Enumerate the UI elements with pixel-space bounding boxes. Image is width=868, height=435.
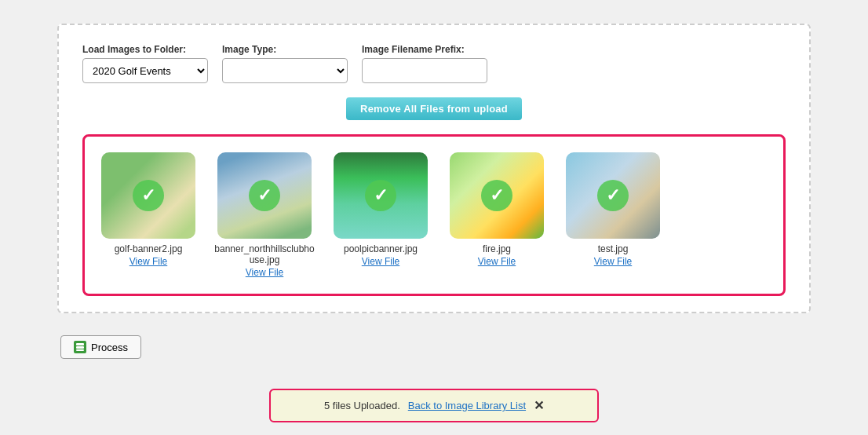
- image-type-group: Image Type:: [222, 44, 348, 83]
- process-label: Process: [91, 342, 128, 353]
- back-to-library-link[interactable]: Back to Image Library List: [408, 400, 526, 411]
- layers-icon: [75, 342, 85, 352]
- view-file-link[interactable]: View File: [129, 256, 167, 267]
- folder-label: Load Images to Folder:: [82, 44, 208, 55]
- thumbnail: ✓: [217, 152, 312, 239]
- main-card: Load Images to Folder: 2020 Golf Events …: [57, 24, 811, 313]
- list-item: ✓ fire.jpg View File: [446, 152, 548, 267]
- image-type-label: Image Type:: [222, 44, 348, 55]
- view-file-link[interactable]: View File: [362, 256, 399, 267]
- status-text: 5 files Uploaded.: [324, 400, 400, 411]
- prefix-input[interactable]: [362, 58, 487, 83]
- file-name: poolpicbanner.jpg: [344, 243, 418, 254]
- check-icon: ✓: [249, 180, 280, 211]
- thumbnail: ✓: [450, 152, 544, 239]
- list-item: ✓ banner_northhillsclubhouse.jpg View Fi…: [213, 152, 315, 278]
- view-file-link[interactable]: View File: [594, 256, 632, 267]
- file-name: golf-banner2.jpg: [115, 243, 183, 254]
- list-item: ✓ golf-banner2.jpg View File: [97, 152, 199, 267]
- folder-select[interactable]: 2020 Golf Events: [82, 58, 208, 83]
- remove-all-button[interactable]: Remove All Files from upload: [346, 97, 522, 120]
- image-type-select[interactable]: [222, 58, 348, 83]
- file-name: test.jpg: [598, 243, 629, 254]
- check-icon: ✓: [481, 180, 512, 211]
- list-item: ✓ test.jpg View File: [562, 152, 664, 267]
- check-icon: ✓: [133, 180, 164, 211]
- folder-group: Load Images to Folder: 2020 Golf Events: [82, 44, 208, 83]
- process-icon: [74, 341, 86, 353]
- thumbnail: ✓: [334, 152, 428, 239]
- svg-rect-0: [76, 343, 84, 345]
- thumbnail: ✓: [566, 152, 660, 239]
- process-button[interactable]: Process: [60, 335, 141, 359]
- list-item: ✓ poolpicbanner.jpg View File: [330, 152, 432, 267]
- check-icon: ✓: [365, 180, 396, 211]
- form-row: Load Images to Folder: 2020 Golf Events …: [82, 44, 786, 83]
- close-button[interactable]: ✕: [534, 398, 544, 413]
- check-icon: ✓: [597, 180, 629, 211]
- page-wrapper: Load Images to Folder: 2020 Golf Events …: [0, 0, 868, 435]
- file-name: fire.jpg: [483, 243, 511, 254]
- view-file-link[interactable]: View File: [478, 256, 516, 267]
- file-name: banner_northhillsclubhouse.jpg: [213, 243, 315, 265]
- thumbnail: ✓: [101, 152, 195, 239]
- view-file-link[interactable]: View File: [246, 267, 283, 278]
- prefix-label: Image Filename Prefix:: [362, 44, 487, 55]
- svg-rect-2: [76, 349, 84, 351]
- status-bar: 5 files Uploaded. Back to Image Library …: [269, 389, 599, 422]
- svg-rect-1: [76, 346, 84, 349]
- prefix-group: Image Filename Prefix:: [362, 44, 487, 83]
- upload-zone: ✓ golf-banner2.jpg View File ✓ banner_no…: [82, 134, 786, 296]
